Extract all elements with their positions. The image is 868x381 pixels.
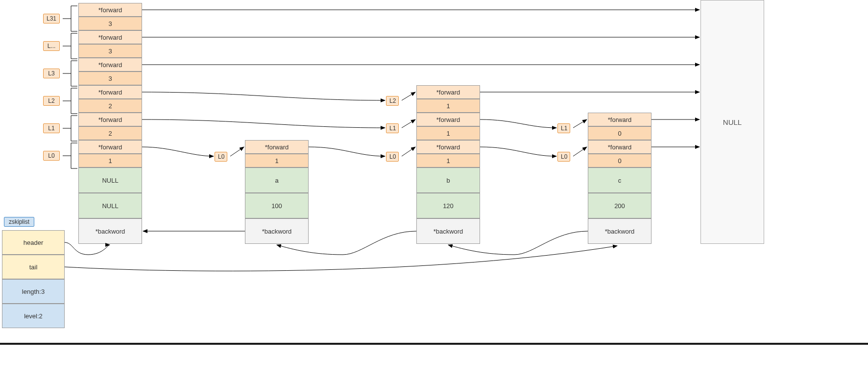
nodec-l0-span: 0 (588, 154, 651, 167)
midlabel-l2b: L2 (386, 96, 399, 106)
header-l31-span: 3 (78, 17, 142, 30)
header-score: NULL (78, 193, 142, 218)
nodeb-l0-forward: *forward (416, 140, 480, 154)
nodec-l1-span: 0 (588, 126, 651, 140)
level-label-l2: L2 (43, 96, 60, 106)
nodeb-score: 120 (416, 193, 480, 218)
svg-line-10 (573, 147, 587, 156)
header-l0-span: 1 (78, 154, 142, 167)
nodeb-l0-span: 1 (416, 154, 480, 167)
nodec-l1-forward: *forward (588, 113, 651, 126)
nodeb-backward: *backword (416, 218, 480, 244)
level-label-l3: L3 (43, 69, 60, 78)
level-label-l0: L0 (43, 151, 60, 161)
nodec-l0-forward: *forward (588, 140, 651, 154)
header-l31-forward: *forward (78, 3, 142, 17)
header-l2-forward: *forward (78, 85, 142, 99)
zskiplist-length: length:3 (2, 279, 65, 304)
level-label-l1: L1 (43, 123, 60, 133)
header-l1-span: 2 (78, 126, 142, 140)
svg-line-9 (402, 147, 415, 156)
header-l2-span: 2 (78, 99, 142, 113)
header-ldots-span: 3 (78, 44, 142, 58)
zskiplist-title: zskiplist (4, 217, 34, 227)
nodec-backward: *backword (588, 218, 651, 244)
bottom-divider (0, 343, 868, 345)
nodea-l0-forward: *forward (245, 140, 309, 154)
level-label-l31: L31 (43, 14, 60, 24)
svg-line-6 (573, 119, 587, 128)
svg-line-3 (402, 92, 415, 100)
header-l3-forward: *forward (78, 58, 142, 71)
header-obj: NULL (78, 167, 142, 193)
svg-line-5 (402, 119, 415, 128)
zskiplist-header: header (2, 230, 65, 255)
nodea-score: 100 (245, 193, 309, 218)
zskiplist-level: level:2 (2, 304, 65, 328)
nodeb-obj: b (416, 167, 480, 193)
nodeb-l2-forward: *forward (416, 85, 480, 99)
midlabel-l0a: L0 (215, 152, 227, 162)
nodeb-l1-span: 1 (416, 126, 480, 140)
zskiplist-tail: tail (2, 255, 65, 279)
level-label-ldots: L... (43, 41, 60, 51)
header-l0-forward: *forward (78, 140, 142, 154)
nodea-obj: a (245, 167, 309, 193)
header-l1-forward: *forward (78, 113, 142, 126)
nodeb-l1-forward: *forward (416, 113, 480, 126)
midlabel-l1b: L1 (386, 123, 399, 133)
nodea-backward: *backword (245, 218, 309, 244)
header-l3-span: 3 (78, 71, 142, 85)
header-ldots-forward: *forward (78, 30, 142, 44)
midlabel-l0b: L0 (386, 152, 399, 162)
nodec-obj: c (588, 167, 651, 193)
nodeb-l2-span: 1 (416, 99, 480, 113)
midlabel-l1c: L1 (557, 123, 570, 133)
nodea-l0-span: 1 (245, 154, 309, 167)
header-backward: *backword (78, 218, 142, 244)
null-box: NULL (700, 0, 764, 244)
midlabel-l0c: L0 (557, 152, 570, 162)
nodec-score: 200 (588, 193, 651, 218)
svg-line-8 (230, 147, 244, 156)
